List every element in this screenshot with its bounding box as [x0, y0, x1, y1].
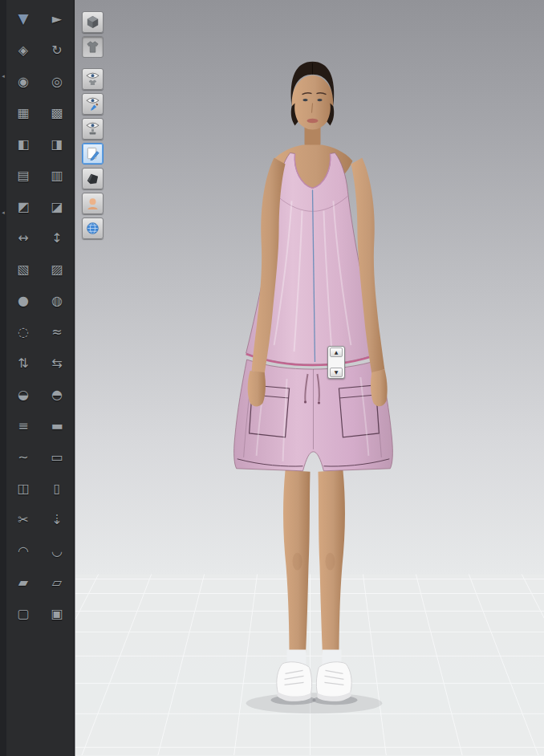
- panel-collapse-strip: ◂ ◂: [0, 0, 6, 756]
- pen-3d-tool-icon: ◉: [18, 75, 29, 88]
- pin-tool[interactable]: ◎: [40, 69, 74, 94]
- eye-stamp-icon: [85, 121, 100, 136]
- select-move-tool-icon: ◈: [18, 44, 28, 57]
- trim-tool-icon: ⇣: [51, 514, 62, 526]
- piping-tool[interactable]: ◓: [40, 382, 74, 407]
- buttonhole-tool-icon: ◌: [18, 326, 29, 339]
- texture-tool[interactable]: ▧: [6, 257, 40, 282]
- cube-icon: [85, 14, 100, 30]
- press-tool[interactable]: ▱: [40, 570, 74, 595]
- show-garment-fit-button[interactable]: [82, 68, 104, 90]
- zipper-slider[interactable]: ▲ ▼: [327, 346, 345, 379]
- panel-collapse-handle-top[interactable]: ◂: [0, 72, 6, 80]
- binding-tool-icon: ⇆: [51, 357, 62, 370]
- scissors-tool[interactable]: ✂: [6, 507, 40, 532]
- gizmo-rotate-tool-icon: ↻: [51, 44, 62, 57]
- show-stamp-button[interactable]: [82, 118, 104, 140]
- pattern-tool[interactable]: ▣: [40, 601, 74, 626]
- sewing-free-tool[interactable]: ◨: [40, 132, 74, 156]
- elastic-tool-icon: ≈: [51, 326, 62, 339]
- measure-move-tool[interactable]: ↔: [6, 226, 40, 250]
- steam-tool[interactable]: ◠: [6, 539, 40, 563]
- checker-flag-tool-icon: ▨: [51, 263, 63, 276]
- piping-tool-icon: ◓: [51, 388, 63, 401]
- gizmo-rotate-tool[interactable]: ↻: [40, 38, 74, 63]
- measure-avatar-tool-icon: ▯: [54, 482, 61, 495]
- fuse-tool-icon: ◡: [51, 545, 63, 558]
- select-move-tool[interactable]: ◈: [6, 38, 40, 63]
- eye-shirt-icon: [85, 71, 100, 87]
- texture-tool-icon: ▧: [17, 263, 29, 276]
- shirring-tool[interactable]: ∼: [6, 445, 40, 469]
- scene-canvas[interactable]: [75, 0, 544, 756]
- checker-flag-tool[interactable]: ▨: [40, 257, 74, 282]
- show-trims-button[interactable]: [82, 168, 104, 189]
- quilt-tool[interactable]: ▢: [6, 601, 40, 626]
- arrange-tool-icon: ▤: [17, 169, 29, 182]
- topstitch-tool[interactable]: ≡: [6, 413, 40, 438]
- panel-collapse-handle-bottom[interactable]: ◂: [0, 209, 6, 217]
- button-tool[interactable]: ●: [6, 288, 40, 313]
- solidify-tool-icon: ▰: [18, 576, 28, 589]
- pen-blue-icon: [85, 146, 100, 161]
- sewing-multi-tool[interactable]: ▥: [40, 163, 74, 188]
- pattern-tool-icon: ▣: [51, 608, 63, 620]
- pose-flag-tool[interactable]: ◪: [40, 194, 74, 219]
- button-alt-tool[interactable]: ◍: [40, 288, 74, 313]
- buttonhole-tool[interactable]: ◌: [6, 319, 40, 344]
- avatar-head-icon: [85, 196, 100, 211]
- sewing-edit-tool-icon: ▦: [17, 107, 29, 120]
- press-tool-icon: ▱: [52, 576, 62, 589]
- measure-move-tool-icon: ↔: [18, 232, 28, 245]
- zipper-tool[interactable]: ⇅: [6, 351, 40, 376]
- tack-tool[interactable]: ▩: [40, 100, 74, 125]
- dark-shape-icon: [85, 171, 100, 186]
- globe-icon: [85, 221, 100, 236]
- application-window: ◂ ◂ ▼►◈↻◉◎▦▩◧◨▤▥◩◪↔↕▧▨●◍◌≈⇅⇆◒◓≡▬∼▭◫▯✂⇣◠◡…: [0, 0, 544, 756]
- tack-tool-icon: ▩: [51, 107, 63, 120]
- sewing-edit-tool[interactable]: ▦: [6, 100, 40, 125]
- fuse-tool[interactable]: ◡: [40, 539, 74, 563]
- show-2d-garment-button[interactable]: [82, 36, 104, 58]
- layer-tool[interactable]: ▭: [40, 445, 74, 469]
- left-toolbar: ▼►◈↻◉◎▦▩◧◨▤▥◩◪↔↕▧▨●◍◌≈⇅⇆◒◓≡▬∼▭◫▯✂⇣◠◡▰▱▢▣: [6, 0, 75, 756]
- zipper-tool-icon: ⇅: [18, 357, 28, 370]
- padding-tool[interactable]: ◒: [6, 382, 40, 407]
- measure-tape-tool-icon: ◫: [17, 482, 29, 495]
- simulate-tool[interactable]: ▼: [6, 6, 40, 31]
- trim-tool[interactable]: ⇣: [40, 507, 74, 532]
- viewport-3d[interactable]: ▲ ▼: [75, 0, 544, 756]
- measure-avatar-tool[interactable]: ▯: [40, 476, 74, 501]
- zipper-down-button[interactable]: ▼: [330, 368, 343, 377]
- button-alt-tool-icon: ◍: [51, 295, 63, 307]
- shirring-tool-icon: ∼: [18, 451, 28, 464]
- pose-avatar-tool[interactable]: ►: [40, 6, 74, 31]
- button-tool-icon: ●: [18, 295, 29, 307]
- show-3d-garment-button[interactable]: [82, 11, 104, 33]
- pen-3d-tool[interactable]: ◉: [6, 69, 40, 94]
- solidify-tool[interactable]: ▰: [6, 570, 40, 595]
- padding-tool-icon: ◒: [18, 388, 29, 401]
- show-texture-button[interactable]: [82, 93, 104, 115]
- eye-brush-icon: [85, 96, 100, 112]
- show-avatar-button[interactable]: [82, 193, 104, 214]
- flatten-tool-icon: ◩: [17, 201, 29, 213]
- topstitch-tool-icon: ≡: [18, 420, 28, 433]
- grain-tool[interactable]: ↕: [40, 226, 74, 250]
- pin-tool-icon: ◎: [51, 75, 63, 88]
- flatten-tool[interactable]: ◩: [6, 194, 40, 219]
- simulate-tool-icon: ▼: [18, 12, 28, 26]
- show-stitches-button[interactable]: [82, 143, 104, 165]
- fold-arrange-tool[interactable]: ◧: [6, 132, 40, 156]
- measure-tape-tool[interactable]: ◫: [6, 476, 40, 501]
- avatar-shadow: [246, 693, 383, 713]
- layer-tool-icon: ▭: [51, 451, 63, 464]
- elastic-tool[interactable]: ≈: [40, 319, 74, 344]
- show-environment-button[interactable]: [82, 217, 104, 239]
- binding-tool[interactable]: ⇆: [40, 351, 74, 376]
- avatar-left-hand: [248, 371, 266, 406]
- zipper-up-button[interactable]: ▲: [330, 348, 343, 357]
- pose-avatar-tool-icon: ►: [52, 13, 62, 26]
- fold-line-tool[interactable]: ▬: [40, 413, 74, 438]
- arrange-tool[interactable]: ▤: [6, 163, 40, 188]
